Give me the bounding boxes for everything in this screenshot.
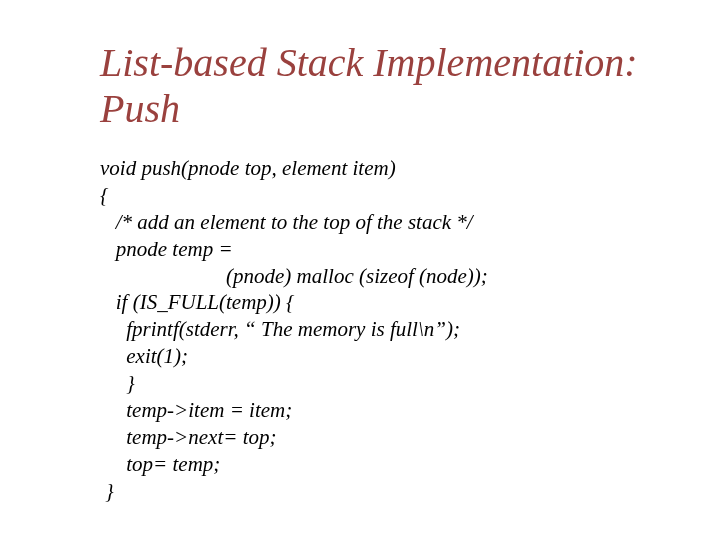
code-line: { (100, 183, 108, 207)
code-line: } (100, 371, 135, 395)
code-line: void push(pnode top, element item) (100, 156, 396, 180)
code-line: if (IS_FULL(temp)) { (100, 290, 294, 314)
code-line: temp->item = item; (100, 398, 292, 422)
code-block: void push(pnode top, element item) { /* … (100, 155, 660, 504)
code-line: (pnode) malloc (sizeof (node)); (100, 264, 488, 288)
slide: List-based Stack Implementation: Push vo… (0, 0, 720, 540)
slide-title: List-based Stack Implementation: Push (100, 40, 660, 132)
code-line: exit(1); (100, 344, 188, 368)
code-line: pnode temp = (100, 237, 233, 261)
code-line: fprintf(stderr, “ The memory is full\n”)… (100, 317, 460, 341)
code-line: /* add an element to the top of the stac… (100, 210, 473, 234)
code-line: top= temp; (100, 452, 220, 476)
code-line: } (100, 479, 114, 503)
code-line: temp->next= top; (100, 425, 276, 449)
